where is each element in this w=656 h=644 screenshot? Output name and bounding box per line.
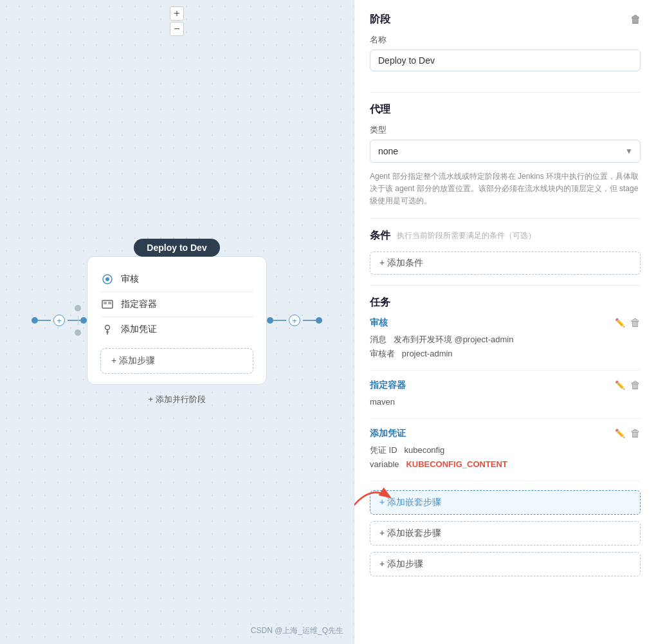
pipeline-canvas: + − Deploy to Dev + <box>0 0 354 644</box>
task-item-review: 审核 ✏️ 🗑 消息 发布到开发环境 @project-admin 审核者 pr… <box>370 317 641 371</box>
right-add-button[interactable]: + <box>289 315 300 326</box>
right-line <box>273 320 286 321</box>
svg-point-1 <box>105 277 109 281</box>
credential-delete-icon[interactable]: 🗑 <box>630 428 641 439</box>
watermark: CSDN @上海_运维_Q先生 <box>251 625 343 636</box>
right-line2 <box>303 320 316 321</box>
add-parallel-button[interactable]: + 添加并行阶段 <box>148 394 205 405</box>
conditions-subtitle: 执行当前阶段所需要满足的条件（可选） <box>397 230 536 241</box>
credential-edit-icon[interactable]: ✏️ <box>615 428 625 438</box>
step-label-review: 审核 <box>121 273 139 285</box>
left-line <box>38 320 51 321</box>
svg-rect-4 <box>108 302 111 304</box>
task-name-review[interactable]: 审核 <box>370 317 388 329</box>
agent-description: Agent 部分指定整个流水线或特定阶段将在 Jenkins 环境中执行的位置，… <box>370 170 641 208</box>
collapse-dot-bottom <box>75 329 81 336</box>
section-stage-label: 阶段 <box>370 13 390 26</box>
add-nested-step-1-button[interactable]: + 添加嵌套步骤 <box>370 490 641 515</box>
svg-rect-2 <box>102 300 113 308</box>
right-dot <box>267 317 273 324</box>
review-detail-reviewer: 审核者 project-admin <box>370 347 641 361</box>
task-actions-review: ✏️ 🗑 <box>615 317 641 329</box>
zoom-controls: + − <box>170 6 184 36</box>
container-icon <box>100 297 114 311</box>
container-delete-icon[interactable]: 🗑 <box>630 380 641 391</box>
credential-icon <box>100 322 114 336</box>
name-input[interactable] <box>370 50 641 71</box>
section-stage-title: 阶段 🗑 <box>370 13 641 26</box>
stage-card: 审核 指定容器 <box>87 256 267 385</box>
name-label: 名称 <box>370 34 641 46</box>
review-delete-icon[interactable]: 🗑 <box>630 317 641 329</box>
container-edit-icon[interactable]: ✏️ <box>615 380 625 390</box>
review-detail-msg: 消息 发布到开发环境 @project-admin <box>370 333 641 347</box>
task-detail-review: 消息 发布到开发环境 @project-admin 审核者 project-ad… <box>370 333 641 361</box>
left-dot <box>32 317 38 324</box>
section-tasks-label: 任务 <box>370 296 390 309</box>
credential-detail-var: variable KUBECONFIG_CONTENT <box>370 457 641 472</box>
stage-wrapper: Deploy to Dev + <box>32 239 322 405</box>
stage-label: Deploy to Dev <box>134 239 219 257</box>
stage-delete-icon[interactable]: 🗑 <box>630 14 641 26</box>
right-panel: 阶段 🗑 名称 代理 类型 none any label docker dock… <box>354 0 656 644</box>
collapse-dot-top <box>75 305 81 311</box>
review-edit-icon[interactable]: ✏️ <box>615 318 625 327</box>
task-name-credential[interactable]: 添加凭证 <box>370 428 406 439</box>
credential-detail-id: 凭证 ID kubeconfig <box>370 443 641 457</box>
step-item-container[interactable]: 指定容器 <box>100 292 253 317</box>
task-name-container[interactable]: 指定容器 <box>370 380 406 391</box>
add-step-right-button[interactable]: + 添加步骤 <box>370 552 641 576</box>
nested-step-1-wrapper: + 添加嵌套步骤 <box>370 490 641 515</box>
section-tasks-title: 任务 <box>370 296 641 309</box>
add-condition-button[interactable]: + 添加条件 <box>370 252 641 275</box>
task-actions-credential: ✏️ 🗑 <box>615 428 641 439</box>
svg-point-5 <box>105 326 110 330</box>
step-item-credential[interactable]: 添加凭证 <box>100 317 253 342</box>
add-parallel-label: + 添加并行阶段 <box>148 394 205 405</box>
left-add-button[interactable]: + <box>53 315 65 326</box>
section-agent-title: 代理 <box>370 103 641 116</box>
add-step-button[interactable]: + 添加步骤 <box>100 348 253 374</box>
task-header-credential: 添加凭证 ✏️ 🗑 <box>370 428 641 439</box>
add-nested-step-2-button[interactable]: + 添加嵌套步骤 <box>370 521 641 546</box>
agent-type-select[interactable]: none any label docker dockerfile <box>370 140 641 163</box>
zoom-in-button[interactable]: + <box>170 6 184 21</box>
zoom-out-button[interactable]: − <box>170 22 184 36</box>
task-detail-container: maven <box>370 395 641 409</box>
right-connector: + <box>267 315 322 326</box>
task-header-review: 审核 ✏️ 🗑 <box>370 317 641 329</box>
step-item-review[interactable]: 审核 <box>100 267 253 292</box>
task-header-container: 指定容器 ✏️ 🗑 <box>370 380 641 391</box>
review-icon <box>100 272 114 286</box>
divider-2 <box>370 218 641 219</box>
agent-type-wrapper: none any label docker dockerfile ▼ <box>370 140 641 163</box>
section-conditions-label: 条件 <box>370 229 390 243</box>
divider-1 <box>370 92 641 93</box>
svg-rect-3 <box>104 302 107 304</box>
task-item-credential: 添加凭证 ✏️ 🗑 凭证 ID kubeconfig variable KUBE… <box>370 428 641 481</box>
divider-3 <box>370 285 641 286</box>
task-detail-credential: 凭证 ID kubeconfig variable KUBECONFIG_CON… <box>370 443 641 472</box>
conditions-row: 条件 执行当前阶段所需要满足的条件（可选） <box>370 229 641 243</box>
section-agent-label: 代理 <box>370 103 390 116</box>
task-item-container: 指定容器 ✏️ 🗑 maven <box>370 380 641 419</box>
type-label: 类型 <box>370 124 641 136</box>
container-detail-name: maven <box>370 395 641 409</box>
task-actions-container: ✏️ 🗑 <box>615 380 641 391</box>
step-label-credential: 添加凭证 <box>121 324 157 335</box>
right-dot2 <box>316 317 322 324</box>
step-label-container: 指定容器 <box>121 299 157 310</box>
stage-row: + <box>32 256 322 385</box>
left-dot2 <box>80 317 87 324</box>
